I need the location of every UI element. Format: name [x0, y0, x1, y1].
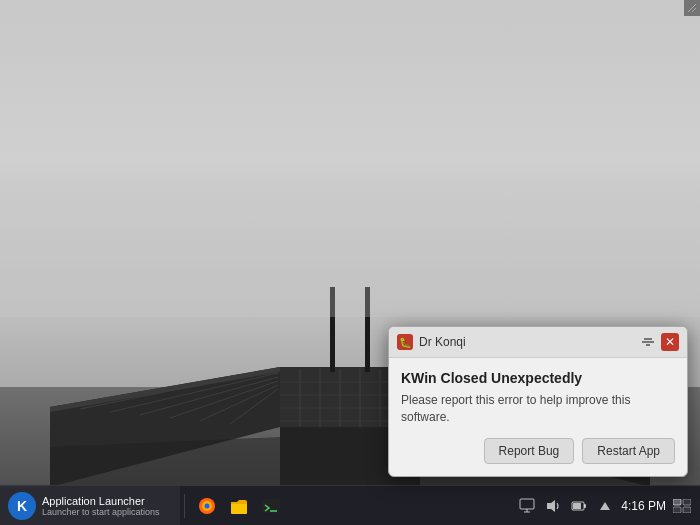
dialog-controls: ✕: [639, 333, 679, 351]
dialog-actions: Report Bug Restart App: [401, 438, 675, 468]
bug-icon: 🐛: [399, 337, 411, 348]
launcher-subtitle: Launcher to start applications: [42, 507, 160, 517]
svg-rect-51: [584, 504, 586, 508]
pager-icon[interactable]: [672, 496, 692, 516]
resize-handle[interactable]: [684, 0, 700, 16]
launcher-title: Application Launcher: [42, 495, 160, 507]
network-tray-icon[interactable]: [517, 496, 537, 516]
svg-rect-34: [0, 187, 700, 317]
launcher-text: Application Launcher Launcher to start a…: [42, 495, 160, 517]
dialog-body: KWin Closed Unexpectedly Please report t…: [389, 358, 687, 476]
svg-marker-49: [547, 500, 555, 512]
report-bug-button[interactable]: Report Bug: [484, 438, 575, 464]
files-icon[interactable]: [225, 492, 253, 520]
quick-launch-icons: [189, 492, 289, 520]
system-clock[interactable]: 4:16 PM: [621, 499, 666, 513]
dialog-heading: KWin Closed Unexpectedly: [401, 370, 675, 386]
close-icon: ✕: [665, 335, 675, 349]
svg-line-35: [688, 4, 696, 12]
kde-letter: K: [17, 498, 27, 514]
app-launcher-button[interactable]: K Application Launcher Launcher to start…: [0, 486, 180, 525]
svg-rect-46: [520, 499, 534, 509]
dialog-app-icon: 🐛: [397, 334, 413, 350]
svg-rect-54: [673, 499, 681, 505]
svg-line-36: [692, 8, 696, 12]
restart-app-button[interactable]: Restart App: [582, 438, 675, 464]
taskbar: K Application Launcher Launcher to start…: [0, 485, 700, 525]
tray-arrow-icon[interactable]: [595, 496, 615, 516]
dialog-settings-button[interactable]: [639, 333, 657, 351]
taskbar-divider: [184, 494, 185, 518]
terminal-icon[interactable]: [257, 492, 285, 520]
svg-rect-56: [673, 507, 681, 513]
svg-rect-57: [683, 507, 691, 513]
desktop: 🐛 Dr Konqi ✕ KWin Closed Unexpectedly Pl…: [0, 0, 700, 525]
kde-logo-icon: K: [8, 492, 36, 520]
volume-tray-icon[interactable]: [543, 496, 563, 516]
drkonqi-dialog: 🐛 Dr Konqi ✕ KWin Closed Unexpectedly Pl…: [388, 326, 688, 477]
svg-point-42: [205, 503, 210, 508]
system-tray: 4:16 PM: [509, 496, 700, 516]
svg-rect-52: [573, 503, 581, 509]
firefox-icon[interactable]: [193, 492, 221, 520]
svg-marker-53: [600, 502, 610, 510]
dialog-titlebar: 🐛 Dr Konqi ✕: [389, 327, 687, 358]
battery-tray-icon[interactable]: [569, 496, 589, 516]
dialog-title: Dr Konqi: [419, 335, 633, 349]
svg-rect-55: [683, 499, 691, 505]
dialog-close-button[interactable]: ✕: [661, 333, 679, 351]
dialog-message: Please report this error to help improve…: [401, 392, 675, 426]
